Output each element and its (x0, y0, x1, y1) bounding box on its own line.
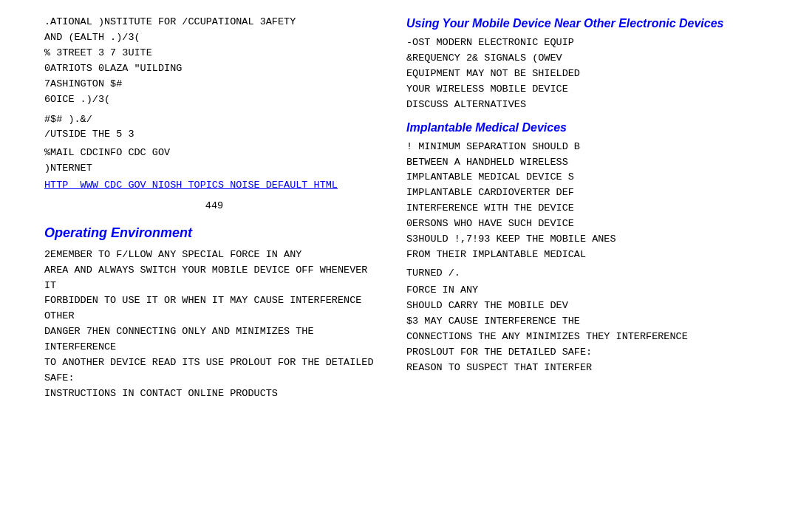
continued-text: TURNED /. (406, 266, 783, 282)
overlap-text: FORCE IN ANY SHOULD CARRY THE MOBILE DEV… (406, 283, 783, 376)
email-block: %MAIL CDCINFO CDC GOV (44, 146, 384, 161)
fax-block: #$# ).&/ /UTSIDE THE 5 3 (44, 112, 384, 143)
heading-mobile-device: Using Your Mobile Device Near Other Elec… (406, 15, 783, 33)
page-number: 449 (44, 199, 384, 214)
mobile-device-text: -OST MODERN ELECTRONIC EQUIP &REQUENCY 2… (406, 35, 783, 113)
address-block: .ATIONAL )NSTITUTE FOR /CCUPATIONAL 3AFE… (44, 15, 384, 108)
operating-env-text: 2EMEMBER TO F/LLOW ANY SPECIAL FORCE IN … (44, 248, 384, 402)
url-link[interactable]: HTTP WWW CDC GOV NIOSH TOPICS NOISE DEFA… (44, 178, 384, 193)
implantable-text: ! MINIMUM SEPARATION SHOULD B BETWEEN A … (406, 140, 783, 263)
right-column: Using Your Mobile Device Near Other Elec… (399, 7, 798, 525)
heading-implantable: Implantable Medical Devices (406, 119, 783, 137)
left-column: .ATIONAL )NSTITUTE FOR /CCUPATIONAL 3AFE… (0, 7, 399, 525)
internet-label: )NTERNET (44, 161, 384, 177)
operating-environment-heading: Operating Environment (44, 223, 384, 243)
